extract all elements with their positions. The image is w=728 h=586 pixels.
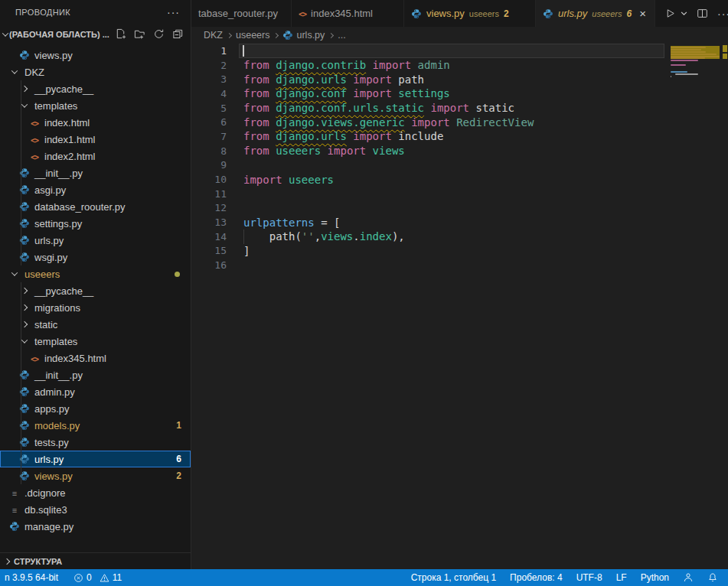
cursor-position-status[interactable]: Строка 1, столбец 1 bbox=[407, 569, 500, 586]
tree-item-migrations[interactable]: migrations bbox=[0, 299, 191, 316]
language-mode-status[interactable]: Python bbox=[637, 569, 673, 586]
eol-label: LF bbox=[616, 572, 627, 583]
code-text: path('',views.index), bbox=[243, 230, 405, 243]
breadcrumb-item-...[interactable]: ... bbox=[338, 30, 345, 41]
code-line-8[interactable]: 8from useeers import views bbox=[191, 144, 728, 158]
run-button[interactable] bbox=[664, 8, 676, 19]
code-line-1[interactable]: 1 bbox=[191, 44, 728, 58]
new-file-icon[interactable] bbox=[113, 28, 127, 41]
tree-item-settings.py[interactable]: settings.py bbox=[0, 215, 191, 232]
code-line-3[interactable]: 3from django.urls import path bbox=[191, 72, 728, 86]
code-text: from useeers import views bbox=[243, 145, 405, 157]
tree-item-index2.html[interactable]: <>index2.html bbox=[0, 148, 191, 164]
code-line-4[interactable]: 4from django.conf import settings bbox=[191, 86, 728, 101]
encoding-status[interactable]: UTF-8 bbox=[573, 569, 606, 586]
code-line-15[interactable]: 15] bbox=[191, 244, 728, 259]
code-line-5[interactable]: 5from django.conf.urls.static import sta… bbox=[191, 101, 728, 116]
tree-item-__init__.py[interactable]: __init__.py bbox=[0, 164, 191, 181]
chevron-down-icon bbox=[2, 30, 8, 36]
tab-urls.py[interactable]: urls.pyuseeers6× bbox=[536, 0, 655, 27]
more-actions-icon[interactable]: ··· bbox=[717, 8, 728, 20]
workspace-section-header[interactable]: (РАБОЧАЯ ОБЛАСТЬ) ... bbox=[0, 24, 191, 44]
chevron-down-icon bbox=[21, 101, 28, 107]
tree-item-index.html[interactable]: <>index.html bbox=[0, 114, 191, 131]
tree-item-database_roouter.py[interactable]: database_roouter.py bbox=[0, 198, 191, 215]
tree-item-templates[interactable]: templates bbox=[0, 333, 191, 350]
eol-status[interactable]: LF bbox=[612, 569, 631, 586]
tree-item-index1.html[interactable]: <>index1.html bbox=[0, 131, 191, 148]
minimap[interactable] bbox=[668, 44, 722, 143]
feedback-icon[interactable] bbox=[679, 569, 697, 586]
warning-count: 11 bbox=[113, 572, 122, 583]
code-line-11[interactable]: 11 bbox=[191, 187, 728, 201]
tree-item-urls.py[interactable]: urls.py bbox=[0, 232, 191, 249]
tab-label: index345.html bbox=[311, 8, 373, 19]
code-line-10[interactable]: 10import useeers bbox=[191, 172, 728, 187]
tab-index345.html[interactable]: <>index345.html bbox=[292, 0, 404, 27]
tree-item-static[interactable]: static bbox=[0, 316, 191, 333]
breadcrumb-item-DKZ[interactable]: DKZ bbox=[204, 30, 223, 41]
problem-badge: 2 bbox=[176, 470, 181, 481]
html-icon: <> bbox=[31, 353, 38, 364]
warning-mark bbox=[723, 54, 727, 59]
breadcrumb-item-useeers[interactable]: useeers bbox=[236, 30, 269, 41]
breadcrumb-item-urls.py[interactable]: urls.py bbox=[282, 30, 325, 41]
code-line-7[interactable]: 7from django.urls import include bbox=[191, 129, 728, 144]
tree-item-asgi.py[interactable]: asgi.py bbox=[0, 181, 191, 198]
overview-ruler[interactable] bbox=[722, 44, 728, 569]
close-icon[interactable]: × bbox=[638, 7, 648, 20]
tree-item-db.sqlite3[interactable]: ≡db.sqlite3 bbox=[0, 501, 191, 518]
indent-guide bbox=[21, 417, 21, 434]
tree-item-__pycache__[interactable]: __pycache__ bbox=[0, 80, 191, 97]
tree-item-label: __init__.py bbox=[34, 370, 83, 381]
code-line-14[interactable]: 14 path('',views.index), bbox=[191, 230, 728, 244]
tree-item-__pycache__[interactable]: __pycache__ bbox=[0, 282, 191, 299]
code-line-2[interactable]: 2from django.contrib import admin bbox=[191, 58, 728, 73]
tree-item-manage.py[interactable]: manage.py bbox=[0, 518, 191, 535]
tree-item-views.py[interactable]: views.py2 bbox=[0, 467, 191, 484]
tree-item-useeers[interactable]: useeers bbox=[0, 265, 191, 282]
chevron-right-icon bbox=[4, 558, 10, 564]
indent-guide bbox=[21, 114, 21, 131]
code-line-9[interactable]: 9 bbox=[191, 158, 728, 173]
tree-item-urls.py[interactable]: urls.py6 bbox=[0, 451, 191, 467]
indentation-status[interactable]: Пробелов: 4 bbox=[506, 569, 566, 586]
outline-section-header[interactable]: СТРУКТУРА bbox=[0, 552, 191, 569]
tree-item-.dcignore[interactable]: ≡.dcignore bbox=[0, 484, 191, 501]
explorer-more-icon[interactable]: ··· bbox=[167, 6, 180, 18]
line-number: 7 bbox=[191, 131, 227, 142]
problems-status[interactable]: 0 11 bbox=[70, 569, 126, 586]
tree-item-index345.html[interactable]: <>index345.html bbox=[0, 350, 191, 366]
tree-item-label: urls.py bbox=[34, 454, 64, 465]
code-editor[interactable]: 12from django.contrib import admin3from … bbox=[191, 44, 728, 569]
tree-item-models.py[interactable]: models.py1 bbox=[0, 417, 191, 434]
tree-item-label: static bbox=[34, 319, 57, 330]
tree-item-apps.py[interactable]: apps.py bbox=[0, 400, 191, 417]
code-line-16[interactable]: 16 bbox=[191, 258, 728, 272]
tree-item-label: .dcignore bbox=[24, 487, 65, 499]
tab-tabase_roouter.py[interactable]: tabase_roouter.py bbox=[191, 0, 292, 27]
tree-item-label: templates bbox=[34, 100, 77, 112]
tree-item-views.py[interactable]: views.py bbox=[0, 47, 191, 63]
code-line-6[interactable]: 6from django.views.generic import Redire… bbox=[191, 115, 728, 129]
code-line-12[interactable]: 12 bbox=[191, 201, 728, 216]
minimap-warning-highlight bbox=[671, 46, 720, 60]
refresh-icon[interactable] bbox=[152, 28, 165, 41]
tree-item-templates[interactable]: templates bbox=[0, 97, 191, 114]
tab-views.py[interactable]: views.pyuseeers2 bbox=[404, 0, 536, 27]
tree-item-__init__.py[interactable]: __init__.py bbox=[0, 366, 191, 383]
explorer-title: ПРОВОДНИК bbox=[15, 8, 167, 17]
tree-item-admin.py[interactable]: admin.py bbox=[0, 383, 191, 400]
run-dropdown-chevron-icon[interactable] bbox=[681, 10, 687, 17]
editor-actions: ··· bbox=[655, 0, 728, 27]
tree-item-tests.py[interactable]: tests.py bbox=[0, 434, 191, 451]
split-editor-icon[interactable] bbox=[697, 8, 708, 19]
indent-guide bbox=[21, 249, 21, 265]
python-version-status[interactable]: n 3.9.5 64-bit bbox=[1, 569, 62, 586]
collapse-all-icon[interactable] bbox=[171, 28, 184, 41]
tree-item-wsgi.py[interactable]: wsgi.py bbox=[0, 249, 191, 265]
tree-item-DKZ[interactable]: DKZ bbox=[0, 63, 191, 80]
new-folder-icon[interactable] bbox=[132, 28, 146, 41]
code-line-13[interactable]: 13urlpatterns = [ bbox=[191, 215, 728, 230]
notifications-bell-icon[interactable] bbox=[704, 569, 722, 586]
